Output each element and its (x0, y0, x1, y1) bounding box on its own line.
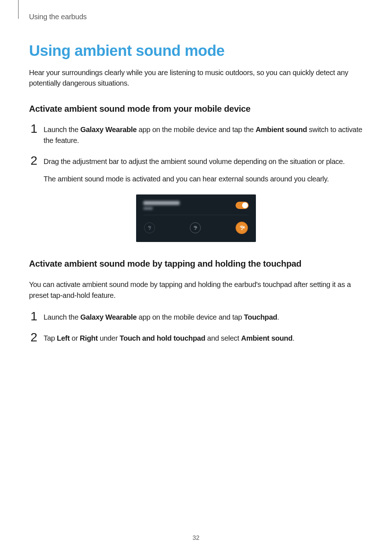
text: . (277, 313, 279, 321)
text: Drag the adjustment bar to adjust the am… (44, 156, 363, 167)
svg-point-2 (241, 227, 242, 228)
svg-point-1 (195, 227, 196, 228)
section2-step1: 1 Launch the Galaxy Wearable app on the … (29, 312, 363, 323)
bold-text: Touch and hold touchpad (120, 334, 205, 342)
text: and select (205, 334, 241, 342)
step-body: Launch the Galaxy Wearable app on the mo… (44, 312, 363, 323)
page-content: Using the earbuds Using ambient sound mo… (0, 0, 392, 344)
text: app on the mobile device and tap the (136, 126, 256, 134)
section1-step1: 1 Launch the Galaxy Wearable app on the … (29, 124, 363, 146)
ear-low-icon (144, 222, 155, 233)
bold-text: Galaxy Wearable (80, 313, 136, 321)
section2-heading: Activate ambient sound mode by tapping a… (29, 259, 363, 269)
text: Launch the (44, 126, 80, 134)
ear-high-icon (236, 222, 248, 234)
text: or (70, 334, 80, 342)
text: app on the mobile device and tap (136, 313, 244, 321)
page-number: 32 (0, 534, 392, 542)
bold-text: Ambient sound (241, 334, 293, 342)
bold-text: Ambient sound (256, 126, 307, 134)
step-number: 2 (30, 154, 44, 167)
section1-step2: 2 Drag the adjustment bar to adjust the … (29, 156, 363, 184)
ambient-sound-toggle-row (143, 201, 249, 215)
ambient-sound-toggle-on (236, 202, 249, 209)
intro-text: Hear your surroundings clearly while you… (29, 67, 363, 89)
section1-heading: Activate ambient sound mode from your mo… (29, 104, 363, 114)
step-number: 1 (30, 122, 44, 135)
step-body: Tap Left or Right under Touch and hold t… (44, 333, 363, 344)
text: The ambient sound mode is activated and … (44, 173, 363, 184)
step-body: Launch the Galaxy Wearable app on the mo… (44, 124, 363, 146)
text: under (98, 334, 119, 342)
text: . (293, 334, 294, 342)
header-rule (18, 0, 19, 19)
step-number: 2 (30, 331, 44, 343)
screenshot-wrapper (29, 194, 363, 242)
text: Tap (44, 334, 57, 342)
ambient-sound-level-row (143, 222, 249, 234)
page-title: Using ambient sound mode (29, 42, 363, 59)
ear-mid-icon (190, 222, 201, 233)
svg-point-0 (149, 227, 150, 228)
ambient-sound-screenshot (136, 194, 256, 242)
bold-text: Right (80, 334, 98, 342)
bold-text: Touchpad (244, 313, 277, 321)
step-number: 1 (30, 310, 44, 322)
bold-text: Left (57, 334, 70, 342)
section2-step2: 2 Tap Left or Right under Touch and hold… (29, 333, 363, 344)
section2-intro: You can activate ambient sound mode by t… (29, 279, 363, 301)
ambient-sound-label-blurred (143, 201, 180, 210)
step-body: Drag the adjustment bar to adjust the am… (44, 156, 363, 184)
text: Launch the (44, 313, 80, 321)
breadcrumb: Using the earbuds (29, 13, 363, 21)
bold-text: Galaxy Wearable (80, 126, 136, 134)
